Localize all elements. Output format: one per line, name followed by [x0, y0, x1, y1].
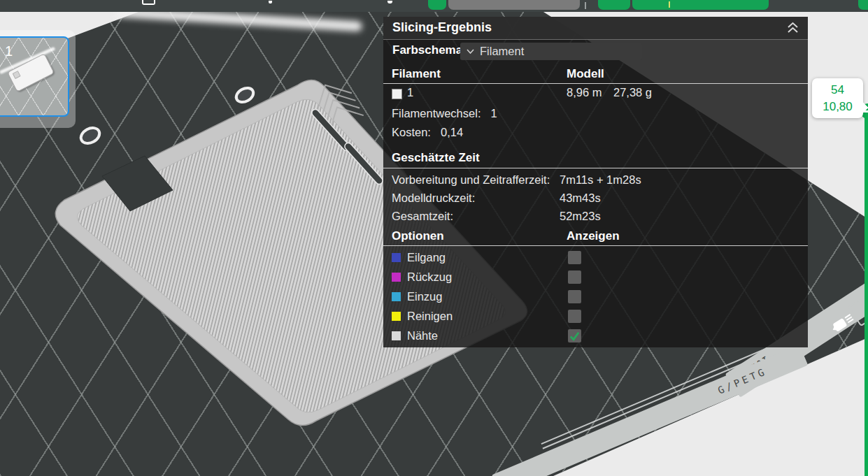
filament-changes-label: Filamentwechsel:: [392, 107, 481, 120]
layer-number: 54: [812, 82, 863, 99]
option-label: Einzug: [407, 290, 442, 303]
cost-value: 0,14: [441, 126, 463, 139]
option-swatch: [392, 312, 401, 321]
time-value: 7m11s + 1m28s: [560, 173, 641, 187]
toolbar-green-button[interactable]: [858, 0, 868, 10]
model-hole: [234, 85, 255, 105]
print-button[interactable]: [632, 0, 769, 10]
toolbar-icon[interactable]: [142, 0, 155, 5]
option-swatch: [392, 292, 401, 301]
col-options: Optionen: [392, 229, 444, 243]
toolbar-text-fragment: [269, 1, 272, 3]
option-row-reinigen: Reinigen: [383, 307, 808, 326]
filament-changes-row: Filamentwechsel: 1: [392, 107, 497, 120]
cost-label: Kosten:: [392, 126, 431, 139]
toolbar-green-button[interactable]: [428, 0, 446, 10]
color-scheme-dropdown[interactable]: Filament: [460, 43, 642, 60]
option-checkbox[interactable]: [568, 290, 581, 303]
option-swatch: [392, 331, 401, 340]
cost-row: Kosten: 0,14: [392, 126, 463, 139]
plate-number-label: 1: [5, 43, 13, 59]
collapse-panel-button[interactable]: [786, 22, 799, 36]
toolbar-text-fragment: [387, 1, 392, 3]
option-checkbox[interactable]: [568, 329, 581, 342]
color-scheme-row: Farbschema Filament: [383, 41, 808, 62]
slicing-result-panel: Slicing-Ergebnis Farbschema Filament Fil…: [383, 17, 808, 347]
option-row-eilgang: Eilgang: [383, 248, 808, 268]
color-scheme-label: Farbschema: [392, 43, 462, 57]
toolbar-separator: [585, 2, 586, 9]
time-section-title: Geschätzte Zeit: [392, 151, 480, 165]
color-scheme-value: Filament: [480, 45, 524, 58]
divider: [383, 245, 808, 246]
filament-weight: 27,38 g: [613, 86, 652, 99]
option-swatch: [392, 253, 401, 262]
filament-length: 8,96 m: [567, 86, 602, 99]
filament-changes-value: 1: [490, 107, 497, 120]
divider: [383, 83, 808, 84]
slicer-preview-window: HOT SURFACE G/PETG: [0, 0, 868, 476]
option-row-einzug: Einzug: [383, 287, 808, 307]
time-value: 43m43s: [560, 192, 601, 205]
layer-height: 10,80: [812, 99, 863, 115]
option-label: Nähte: [407, 329, 438, 342]
col-model: Modell: [567, 67, 604, 81]
option-swatch: [392, 273, 401, 282]
option-label: Rückzug: [407, 271, 452, 284]
filament-id: 1: [407, 86, 413, 99]
layer-slider-track[interactable]: [865, 110, 868, 476]
time-label: Gesamtzeit:: [392, 210, 453, 223]
option-row-rueckzug: Rückzug: [383, 268, 808, 287]
panel-title: Slicing-Ergebnis: [392, 20, 492, 35]
option-row-naehte: Nähte: [383, 326, 808, 346]
plate-thumbnail[interactable]: 1: [0, 36, 69, 117]
option-label: Eilgang: [407, 251, 446, 264]
option-checkbox[interactable]: [568, 251, 581, 264]
toolbar: [0, 0, 868, 12]
col-show: Anzeigen: [567, 229, 620, 243]
toolbar-green-button[interactable]: [598, 0, 630, 10]
option-checkbox[interactable]: [568, 310, 581, 323]
option-checkbox[interactable]: [568, 271, 581, 284]
time-value: 52m23s: [560, 210, 601, 223]
toolbar-button-detail: [669, 1, 670, 8]
panel-header: Slicing-Ergebnis: [383, 17, 808, 40]
model-hole: [78, 125, 102, 147]
option-label: Reinigen: [407, 310, 453, 323]
filament-swatch: [392, 89, 402, 99]
time-label: Vorbereitung und Zeitrafferzeit:: [392, 173, 550, 187]
chevron-down-icon: [467, 49, 474, 54]
divider: [383, 168, 808, 168]
slice-button[interactable]: [448, 0, 580, 10]
layer-tooltip: 54 10,80: [812, 78, 863, 118]
col-filament: Filament: [392, 67, 441, 81]
time-label: Modelldruckzeit:: [392, 192, 475, 205]
